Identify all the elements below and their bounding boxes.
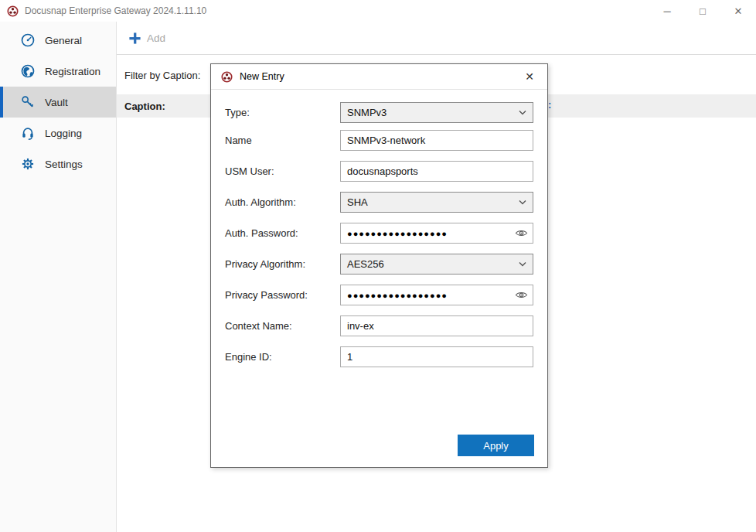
sidebar-item-label: General	[45, 35, 82, 46]
eye-icon[interactable]	[515, 228, 528, 238]
form-row-name: Name	[211, 130, 547, 151]
titlebar: Docusnap Enterprise Gateway 2024.1.11.10…	[0, 0, 756, 22]
chevron-down-icon	[519, 200, 526, 205]
sidebar-item-logging[interactable]: Logging	[0, 118, 116, 148]
privacy-password-label: Privacy Password:	[225, 285, 308, 305]
add-button[interactable]: Add	[124, 29, 170, 47]
sidebar-item-general[interactable]: General	[0, 25, 116, 56]
sidebar-item-label: Registration	[45, 66, 100, 77]
new-entry-dialog: New Entry ✕ Type: SNMPv3 Name USM User: …	[210, 63, 548, 468]
form-row-type: Type: SNMPv3	[211, 102, 547, 123]
context-name-input[interactable]	[340, 315, 533, 336]
engine-id-label: Engine ID:	[225, 346, 272, 367]
sidebar-item-registration[interactable]: Registration	[0, 56, 116, 87]
dialog-titlebar: New Entry ✕	[211, 64, 547, 90]
form-row-privacy-algorithm: Privacy Algorithm: AES256	[211, 254, 547, 275]
auth-password-input[interactable]	[340, 223, 533, 244]
key-icon	[20, 94, 36, 110]
sidebar-item-label: Vault	[45, 97, 68, 108]
auth-password-label: Auth. Password:	[225, 223, 298, 244]
auth-algorithm-select-value: SHA	[347, 196, 368, 208]
privacy-password-input[interactable]	[340, 285, 533, 305]
type-select[interactable]: SNMPv3	[340, 102, 533, 123]
sidebar-item-label: Logging	[45, 128, 82, 139]
usm-user-label: USM User:	[225, 161, 274, 182]
gauge-icon	[20, 32, 36, 48]
auth-algorithm-select[interactable]: SHA	[340, 192, 533, 213]
form-row-auth-algorithm: Auth. Algorithm: SHA	[211, 192, 547, 213]
form-row-context-name: Context Name:	[211, 315, 547, 336]
sidebar-item-label: Settings	[45, 159, 83, 170]
dialog-title: New Entry	[240, 71, 284, 82]
usm-user-input[interactable]	[340, 161, 533, 182]
dialog-close-button[interactable]: ✕	[522, 69, 537, 84]
type-select-value: SNMPv3	[347, 107, 387, 118]
docusnap-logo-icon	[7, 5, 19, 17]
privacy-algorithm-select-value: AES256	[347, 258, 384, 270]
app-window: { "titlebar": { "app_title": "Docusnap E…	[0, 0, 756, 532]
docusnap-logo-icon	[221, 71, 233, 83]
window-controls: ─ □ ✕	[649, 0, 756, 22]
auth-algorithm-label: Auth. Algorithm:	[225, 192, 296, 213]
sidebar-item-vault[interactable]: Vault	[0, 87, 116, 118]
toolbar: Add	[117, 22, 756, 55]
minimize-button[interactable]: ─	[649, 0, 685, 22]
globe-icon	[20, 63, 36, 79]
headset-icon	[20, 125, 36, 141]
context-name-label: Context Name:	[225, 315, 292, 336]
gear-icon	[20, 156, 36, 172]
chevron-down-icon	[519, 110, 526, 115]
add-button-label: Add	[147, 32, 165, 44]
apply-button[interactable]: Apply	[458, 435, 534, 456]
type-label: Type:	[225, 102, 250, 123]
form-row-engine-id: Engine ID:	[211, 346, 547, 367]
plus-icon	[128, 32, 141, 45]
privacy-algorithm-select[interactable]: AES256	[340, 254, 533, 275]
chevron-down-icon	[519, 261, 526, 267]
form-row-usm-user: USM User:	[211, 161, 547, 182]
name-input[interactable]	[340, 130, 533, 151]
name-label: Name	[225, 130, 252, 151]
close-button[interactable]: ✕	[720, 0, 756, 22]
caption-column-header: Caption:	[124, 101, 165, 112]
window-title: Docusnap Enterprise Gateway 2024.1.11.10	[25, 5, 206, 16]
maximize-button[interactable]: □	[685, 0, 720, 22]
engine-id-input[interactable]	[340, 346, 533, 367]
sidebar: General Registration Vault	[0, 22, 117, 532]
privacy-algorithm-label: Privacy Algorithm:	[225, 254, 305, 275]
form-row-privacy-password: Privacy Password:	[211, 285, 547, 305]
partially-hidden-column-header: :	[548, 99, 551, 111]
filter-by-caption-label: Filter by Caption:	[124, 70, 200, 81]
sidebar-item-settings[interactable]: Settings	[0, 148, 116, 179]
form-row-auth-password: Auth. Password:	[211, 223, 547, 244]
eye-icon[interactable]	[515, 290, 528, 300]
